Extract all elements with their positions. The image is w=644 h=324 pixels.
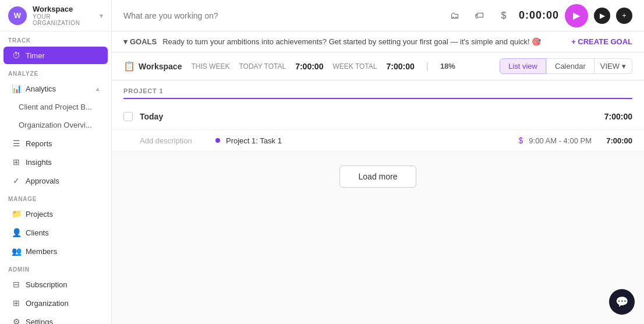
workspace-org: YOUR ORGANIZATION [33, 13, 94, 26]
workspace-bar-title: Workspace [139, 62, 182, 71]
briefcase-icon[interactable]: 🗂 [445, 6, 464, 25]
projects-icon: 📁 [12, 209, 21, 219]
insights-label: Insights [26, 158, 52, 167]
approvals-label: Approvals [26, 177, 59, 185]
week-total-label: WEEK TOTAL [332, 62, 377, 71]
chevron-down-icon: ▾ [123, 37, 128, 46]
manual-entry-icon[interactable]: ▶ [594, 8, 610, 24]
calendar-button[interactable]: Calendar [546, 58, 595, 74]
manage-section-label: MANAGE [0, 190, 111, 205]
subscription-icon: ⊟ [12, 280, 21, 289]
workspace-header[interactable]: W Workspace YOUR ORGANIZATION ▾ [0, 0, 111, 31]
chevron-down-icon: ▾ [100, 12, 103, 20]
workspace-name: Workspace [33, 5, 94, 13]
organization-label: Organization [26, 299, 69, 308]
task-input[interactable] [123, 11, 438, 20]
sidebar: W Workspace YOUR ORGANIZATION ▾ TRACK ⏱ … [0, 0, 112, 324]
clients-icon: 👤 [12, 228, 21, 237]
sidebar-item-org-overview[interactable]: Organization Overvi... [3, 117, 108, 133]
sidebar-item-members[interactable]: 👥 Members [3, 242, 108, 260]
admin-section-label: ADMIN [0, 260, 111, 275]
content-area: PROJECT 1 Today 7:00:00 Add description … [112, 80, 644, 324]
project-header: PROJECT 1 [112, 80, 644, 104]
view-label: VIEW [600, 62, 620, 71]
today-total-value: 7:00:00 [295, 62, 323, 71]
tag-icon[interactable]: 🏷 [470, 6, 489, 25]
sidebar-item-insights[interactable]: ⊞ Insights [3, 153, 108, 171]
org-overview-label: Organization Overvi... [19, 121, 92, 129]
view-toggle: List view Calendar VIEW ▾ [500, 58, 632, 74]
track-section-label: TRACK [0, 31, 111, 46]
sidebar-item-reports[interactable]: ☰ Reports [3, 135, 108, 152]
members-icon: 👥 [12, 246, 21, 256]
timer-display: 0:00:00 [519, 9, 559, 22]
percent-badge: 18% [440, 62, 455, 71]
project-title: PROJECT 1 [123, 87, 632, 94]
approvals-icon: ✓ [12, 176, 21, 185]
sidebar-item-projects[interactable]: 📁 Projects [3, 205, 108, 223]
this-week-label: THIS WEEK [191, 62, 229, 71]
today-checkbox[interactable] [123, 112, 133, 121]
load-more-button[interactable]: Load more [339, 165, 417, 188]
sidebar-item-analytics[interactable]: 📊 Analytics ▴ [3, 80, 108, 97]
goals-toggle[interactable]: ▾ GOALS [123, 37, 157, 46]
load-more-container: Load more [112, 152, 644, 202]
main-content: 🗂 🏷 $ 0:00:00 ▶ ▶ + ▾ GOALS Ready to tur… [112, 0, 644, 324]
sidebar-item-clients[interactable]: 👤 Clients [3, 224, 108, 241]
create-goal-label: + CREATE GOAL [571, 37, 632, 46]
workspace-icon: 📋 [123, 61, 135, 72]
clients-label: Clients [26, 228, 49, 237]
analytics-label: Analytics [26, 84, 56, 93]
task-name: Project 1: Task 1 [226, 136, 513, 145]
sidebar-item-settings[interactable]: ⚙ Settings [3, 313, 108, 324]
organization-icon: ⊞ [12, 298, 21, 308]
add-icon[interactable]: + [616, 8, 632, 24]
subscription-label: Subscription [26, 280, 68, 289]
sidebar-item-timer-label: Timer [26, 51, 45, 60]
view-dropdown[interactable]: VIEW ▾ [595, 58, 632, 74]
table-row: Add description Project 1: Task 1 $ 9:00… [112, 130, 644, 152]
sidebar-item-subscription[interactable]: ⊟ Subscription [3, 276, 108, 293]
today-row: Today 7:00:00 [112, 104, 644, 130]
today-total-label: TODAY TOTAL [239, 62, 286, 71]
goals-message: Ready to turn your ambitions into achiev… [162, 37, 565, 46]
reports-label: Reports [26, 139, 52, 148]
play-button[interactable]: ▶ [565, 4, 588, 27]
topbar: 🗂 🏷 $ 0:00:00 ▶ ▶ + [112, 0, 644, 31]
sidebar-item-client-project[interactable]: Client and Project B... [3, 98, 108, 115]
analyze-section-label: ANALYZE [0, 65, 111, 79]
goals-bar: ▾ GOALS Ready to turn your ambitions int… [112, 31, 644, 52]
workspace-bar: 📋 Workspace THIS WEEK TODAY TOTAL 7:00:0… [112, 52, 644, 80]
task-dollar-icon: $ [519, 136, 523, 145]
client-project-label: Client and Project B... [19, 103, 92, 111]
create-goal-button[interactable]: + CREATE GOAL [571, 37, 632, 46]
task-duration: 7:00:00 [597, 136, 632, 145]
insights-icon: ⊞ [12, 157, 21, 167]
sidebar-item-organization[interactable]: ⊞ Organization [3, 294, 108, 312]
goals-label-text: GOALS [130, 37, 157, 46]
chevron-up-icon: ▴ [96, 85, 100, 93]
workspace-avatar: W [8, 6, 27, 25]
reports-icon: ☰ [12, 139, 21, 148]
workspace-info: Workspace YOUR ORGANIZATION [33, 5, 94, 26]
sidebar-item-timer[interactable]: ⏱ Timer [3, 47, 108, 64]
settings-label: Settings [26, 318, 53, 325]
list-view-button[interactable]: List view [500, 58, 546, 74]
project-divider [123, 98, 632, 99]
sidebar-item-approvals[interactable]: ✓ Approvals [3, 172, 108, 189]
chat-button[interactable]: 💬 [609, 289, 635, 315]
projects-label: Projects [26, 210, 53, 219]
settings-icon: ⚙ [12, 317, 21, 324]
chat-icon: 💬 [615, 295, 628, 308]
week-total-value: 7:00:00 [386, 62, 414, 71]
dollar-icon[interactable]: $ [494, 6, 513, 25]
today-duration: 7:00:00 [604, 112, 632, 121]
task-description[interactable]: Add description [140, 136, 210, 145]
task-dot-icon [215, 138, 220, 143]
members-label: Members [26, 247, 57, 256]
analytics-icon: 📊 [12, 84, 21, 93]
timer-icon: ⏱ [12, 51, 21, 60]
today-label: Today [140, 112, 604, 121]
chevron-down-icon: ▾ [622, 62, 626, 71]
task-time-range: 9:00 AM - 4:00 PM [529, 136, 592, 145]
